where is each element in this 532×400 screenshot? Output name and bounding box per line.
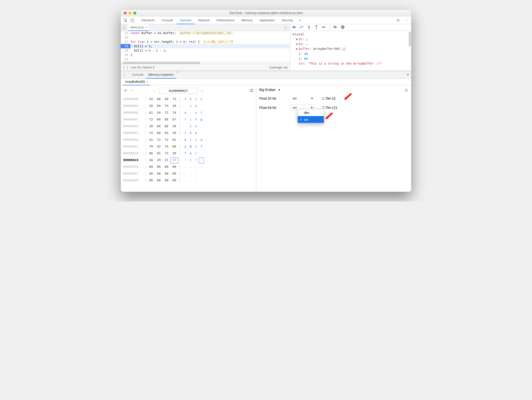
panel-tab-elements[interactable]: Elements xyxy=(138,16,158,24)
hex-byte[interactable]: 73 xyxy=(163,103,170,109)
scope-variable[interactable]: ▶b2: … xyxy=(292,42,409,46)
scope-variable[interactable]: str: "This is a string in the ArrayBuffe… xyxy=(292,61,409,66)
hex-ascii[interactable]: r xyxy=(193,150,199,157)
hex-ascii[interactable]: . xyxy=(188,177,193,184)
hex-ascii[interactable]: i xyxy=(193,96,199,103)
more-panels-icon[interactable]: » xyxy=(297,17,303,23)
undo-icon[interactable]: ↶ xyxy=(123,89,128,93)
hex-ascii[interactable]: n xyxy=(193,116,199,123)
hex-ascii[interactable]: . xyxy=(183,177,188,184)
line-number[interactable]: 17 xyxy=(121,40,130,44)
hex-byte[interactable]: 20 xyxy=(170,103,178,109)
hex-ascii[interactable]: . xyxy=(188,163,193,170)
line-number[interactable]: 21 xyxy=(121,57,130,61)
resume-icon[interactable] xyxy=(293,25,296,30)
hex-row[interactable]: 0000001C79427566yBuf xyxy=(123,143,254,150)
scope-variable[interactable]: i: 40 xyxy=(292,52,409,56)
hex-ascii[interactable]: . xyxy=(199,170,204,177)
hex-ascii[interactable] xyxy=(183,123,188,130)
hex-ascii[interactable]: a xyxy=(199,136,204,143)
hex-ascii[interactable]: r xyxy=(183,116,188,123)
value-settings-gear-icon[interactable] xyxy=(404,88,408,93)
hex-row[interactable]: 0000003000000000.... xyxy=(123,177,254,184)
hex-ascii[interactable]: y xyxy=(183,143,188,150)
step-icon[interactable] xyxy=(322,25,326,30)
drawer-tab-memory-inspector[interactable]: Memory Inspector xyxy=(146,71,176,79)
hex-byte[interactable]: 68 xyxy=(155,96,163,103)
close-drawer-icon[interactable]: ✕ xyxy=(406,73,409,77)
settings-gear-icon[interactable] xyxy=(395,17,401,23)
code-line[interactable]: 17for (var i = str.length; i < n; ++i) {… xyxy=(121,40,290,44)
pause-on-exceptions-icon[interactable] xyxy=(341,25,345,30)
hex-ascii[interactable]: f xyxy=(199,143,204,150)
prev-page-icon[interactable]: ‹ xyxy=(152,89,158,93)
panel-tab-console[interactable]: Console xyxy=(158,16,176,24)
hex-ascii[interactable]: g xyxy=(199,116,204,123)
hex-ascii[interactable]: . xyxy=(199,163,204,170)
line-number[interactable]: 20 xyxy=(121,53,130,57)
code-editor[interactable]: 15const buffer = b1.buffer; buffer = Arr… xyxy=(121,31,290,61)
pretty-print-icon[interactable]: { } xyxy=(123,66,129,69)
hex-ascii[interactable]: i xyxy=(188,103,193,109)
line-number[interactable]: 16 xyxy=(121,35,130,40)
hex-byte[interactable]: 68 xyxy=(155,130,163,136)
hex-ascii[interactable]: u xyxy=(193,143,199,150)
panel-tab-performance[interactable]: Performance xyxy=(213,16,238,24)
hex-ascii[interactable]: e xyxy=(188,150,193,157)
format-dropdown[interactable]: decsci xyxy=(297,109,324,123)
refresh-icon[interactable] xyxy=(250,89,254,93)
hex-byte[interactable]: 69 xyxy=(155,116,163,123)
step-into-icon[interactable] xyxy=(307,25,311,30)
hex-ascii[interactable]: A xyxy=(183,136,188,143)
hex-ascii[interactable]: . xyxy=(193,177,199,184)
hex-ascii[interactable]: . xyxy=(193,170,199,177)
hex-ascii[interactable]: s xyxy=(193,103,199,109)
hex-byte[interactable]: 66 xyxy=(147,150,155,157)
scope-scrollbar[interactable] xyxy=(409,32,411,46)
device-toggle-icon[interactable] xyxy=(129,17,135,23)
hex-ascii[interactable] xyxy=(199,130,204,136)
hex-row[interactable]: 0000002C00000000.... xyxy=(123,170,254,177)
dropdown-option-dec[interactable]: dec xyxy=(298,109,324,116)
hex-byte[interactable]: 20 xyxy=(170,123,178,130)
hex-byte[interactable]: 74 xyxy=(170,109,178,116)
hex-ascii[interactable]: i xyxy=(188,116,193,123)
hex-byte[interactable]: 69 xyxy=(155,123,163,130)
hex-row[interactable]: 0000002800000000.... xyxy=(123,163,254,170)
dropdown-option-sci[interactable]: sci xyxy=(298,116,324,123)
hex-row[interactable]: 0000000420697320 is xyxy=(123,103,254,109)
hex-byte[interactable]: 00 xyxy=(163,177,170,184)
code-line[interactable]: 15const buffer = b1.buffer; buffer = Arr… xyxy=(121,31,290,35)
panel-tab-sources[interactable]: Sources xyxy=(176,16,195,24)
hex-ascii[interactable]: r xyxy=(193,136,199,143)
code-line[interactable]: 16 xyxy=(121,35,290,40)
hex-byte[interactable]: 29 xyxy=(155,157,163,163)
hex-byte[interactable]: 72 xyxy=(163,136,170,143)
hex-ascii[interactable]: . xyxy=(183,170,188,177)
hex-row[interactable]: 0000001020696E20 in xyxy=(123,123,254,130)
hex-byte[interactable]: 65 xyxy=(163,130,170,136)
hex-byte[interactable]: 00 xyxy=(170,170,178,177)
scope-variable[interactable]: ▶buffer: ArrayBuffer(60) ⋯ xyxy=(292,46,409,52)
step-out-icon[interactable] xyxy=(314,25,318,30)
step-over-icon[interactable] xyxy=(300,25,304,30)
hex-byte[interactable]: 3A xyxy=(147,157,155,163)
hex-byte[interactable]: 00 xyxy=(155,170,163,177)
hex-ascii[interactable]: i xyxy=(188,123,193,130)
hex-byte[interactable]: 74 xyxy=(147,130,155,136)
hex-ascii[interactable]: t xyxy=(183,130,188,136)
hex-ascii[interactable]: a xyxy=(183,109,188,116)
hex-row[interactable]: 0000000C72696E67ring xyxy=(123,116,254,123)
hex-ascii[interactable]: B xyxy=(188,143,193,150)
hex-byte[interactable]: 20 xyxy=(170,150,178,157)
hex-byte[interactable]: 21 xyxy=(163,157,170,163)
scope-variable[interactable]: n: 60 xyxy=(292,56,409,61)
hex-byte[interactable]: 73 xyxy=(170,96,178,103)
hex-byte[interactable]: 54 xyxy=(147,96,155,103)
hex-byte[interactable]: 75 xyxy=(163,143,170,150)
inspect-element-icon[interactable] xyxy=(123,17,129,23)
hex-byte[interactable]: 69 xyxy=(163,96,170,103)
hex-ascii[interactable]: n xyxy=(193,123,199,130)
navigator-toggle-icon[interactable]: ▸ xyxy=(122,25,127,30)
hex-ascii[interactable]: T xyxy=(183,96,188,103)
